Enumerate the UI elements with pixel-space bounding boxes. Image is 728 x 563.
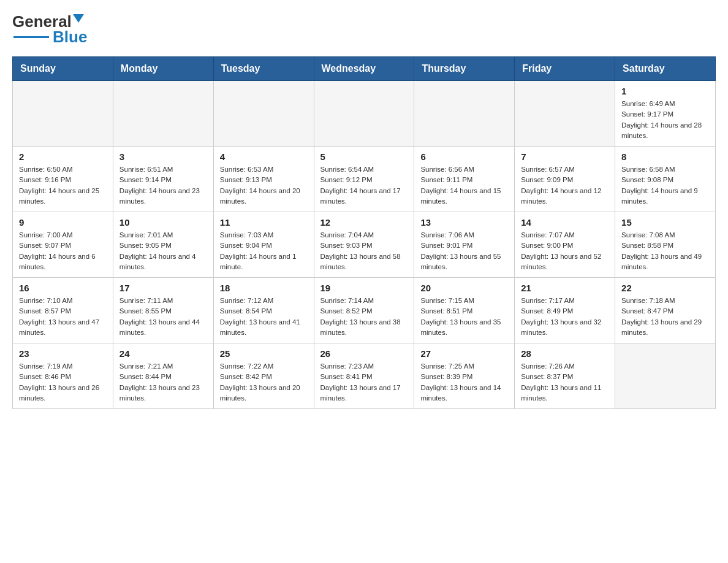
calendar-day-cell: 14Sunrise: 7:07 AM Sunset: 9:00 PM Dayli…	[515, 212, 615, 278]
logo-blue-text: Blue	[53, 28, 87, 47]
day-number: 19	[320, 283, 408, 293]
calendar-day-cell: 21Sunrise: 7:17 AM Sunset: 8:49 PM Dayli…	[515, 278, 615, 343]
day-info: Sunrise: 6:56 AM Sunset: 9:11 PM Dayligh…	[420, 164, 508, 207]
day-number: 10	[119, 217, 207, 228]
day-number: 5	[320, 151, 408, 162]
day-number: 22	[621, 283, 709, 293]
calendar-day-cell: 22Sunrise: 7:18 AM Sunset: 8:47 PM Dayli…	[615, 278, 716, 343]
day-info: Sunrise: 7:15 AM Sunset: 8:51 PM Dayligh…	[420, 296, 508, 338]
day-of-week-header: Friday	[515, 57, 615, 81]
calendar-day-cell: 2Sunrise: 6:50 AM Sunset: 9:16 PM Daylig…	[13, 147, 113, 212]
calendar-header-row: SundayMondayTuesdayWednesdayThursdayFrid…	[13, 57, 716, 81]
day-info: Sunrise: 7:11 AM Sunset: 8:55 PM Dayligh…	[119, 296, 207, 338]
calendar-day-cell: 20Sunrise: 7:15 AM Sunset: 8:51 PM Dayli…	[414, 278, 515, 343]
day-info: Sunrise: 7:14 AM Sunset: 8:52 PM Dayligh…	[320, 296, 408, 338]
calendar-day-cell: 26Sunrise: 7:23 AM Sunset: 8:41 PM Dayli…	[314, 343, 414, 409]
calendar-day-cell: 4Sunrise: 6:53 AM Sunset: 9:13 PM Daylig…	[213, 147, 314, 212]
calendar-week-row: 9Sunrise: 7:00 AM Sunset: 9:07 PM Daylig…	[13, 212, 716, 278]
calendar-day-cell: 1Sunrise: 6:49 AM Sunset: 9:17 PM Daylig…	[615, 81, 716, 147]
day-info: Sunrise: 7:19 AM Sunset: 8:46 PM Dayligh…	[19, 361, 107, 404]
day-number: 14	[521, 217, 609, 228]
day-number: 15	[621, 217, 709, 228]
day-number: 16	[19, 283, 107, 293]
day-number: 23	[19, 348, 107, 359]
day-info: Sunrise: 7:17 AM Sunset: 8:49 PM Dayligh…	[521, 296, 609, 338]
day-info: Sunrise: 6:58 AM Sunset: 9:08 PM Dayligh…	[621, 164, 709, 207]
calendar-day-cell: 13Sunrise: 7:06 AM Sunset: 9:01 PM Dayli…	[414, 212, 515, 278]
day-number: 27	[420, 348, 508, 359]
day-info: Sunrise: 6:49 AM Sunset: 9:17 PM Dayligh…	[621, 99, 709, 141]
day-number: 18	[220, 283, 308, 293]
calendar-day-cell: 15Sunrise: 7:08 AM Sunset: 8:58 PM Dayli…	[615, 212, 716, 278]
calendar-day-cell	[314, 81, 414, 147]
day-number: 1	[621, 86, 709, 96]
day-of-week-header: Thursday	[414, 57, 515, 81]
calendar-day-cell: 9Sunrise: 7:00 AM Sunset: 9:07 PM Daylig…	[13, 212, 113, 278]
day-number: 17	[119, 283, 207, 293]
day-info: Sunrise: 7:23 AM Sunset: 8:41 PM Dayligh…	[320, 361, 408, 404]
day-info: Sunrise: 6:51 AM Sunset: 9:14 PM Dayligh…	[119, 164, 207, 207]
calendar-day-cell: 7Sunrise: 6:57 AM Sunset: 9:09 PM Daylig…	[515, 147, 615, 212]
day-info: Sunrise: 7:18 AM Sunset: 8:47 PM Dayligh…	[621, 296, 709, 338]
calendar-week-row: 23Sunrise: 7:19 AM Sunset: 8:46 PM Dayli…	[13, 343, 716, 409]
calendar-day-cell	[515, 81, 615, 147]
day-number: 25	[220, 348, 308, 359]
day-number: 28	[521, 348, 609, 359]
day-number: 4	[220, 151, 308, 162]
day-info: Sunrise: 7:21 AM Sunset: 8:44 PM Dayligh…	[119, 361, 207, 404]
day-number: 9	[19, 217, 107, 228]
day-number: 26	[320, 348, 408, 359]
day-info: Sunrise: 6:50 AM Sunset: 9:16 PM Dayligh…	[19, 164, 107, 207]
svg-marker-0	[73, 14, 84, 23]
page-header: General Blue	[12, 12, 716, 47]
day-info: Sunrise: 7:04 AM Sunset: 9:03 PM Dayligh…	[320, 230, 408, 272]
day-info: Sunrise: 7:12 AM Sunset: 8:54 PM Dayligh…	[220, 296, 308, 338]
day-number: 20	[420, 283, 508, 293]
day-info: Sunrise: 6:57 AM Sunset: 9:09 PM Dayligh…	[521, 164, 609, 207]
day-of-week-header: Tuesday	[213, 57, 314, 81]
day-info: Sunrise: 7:10 AM Sunset: 8:57 PM Dayligh…	[19, 296, 107, 338]
calendar-day-cell: 3Sunrise: 6:51 AM Sunset: 9:14 PM Daylig…	[113, 147, 213, 212]
day-info: Sunrise: 7:08 AM Sunset: 8:58 PM Dayligh…	[621, 230, 709, 272]
calendar-day-cell: 24Sunrise: 7:21 AM Sunset: 8:44 PM Dayli…	[113, 343, 213, 409]
day-number: 13	[420, 217, 508, 228]
calendar-day-cell	[113, 81, 213, 147]
calendar-day-cell	[13, 81, 113, 147]
calendar-day-cell: 5Sunrise: 6:54 AM Sunset: 9:12 PM Daylig…	[314, 147, 414, 212]
day-info: Sunrise: 7:25 AM Sunset: 8:39 PM Dayligh…	[420, 361, 508, 404]
logo-triangle-icon	[73, 14, 84, 28]
day-of-week-header: Sunday	[13, 57, 113, 81]
logo: General Blue	[12, 12, 87, 47]
calendar-day-cell: 23Sunrise: 7:19 AM Sunset: 8:46 PM Dayli…	[13, 343, 113, 409]
day-number: 6	[420, 151, 508, 162]
calendar-day-cell: 11Sunrise: 7:03 AM Sunset: 9:04 PM Dayli…	[213, 212, 314, 278]
calendar-day-cell: 17Sunrise: 7:11 AM Sunset: 8:55 PM Dayli…	[113, 278, 213, 343]
calendar-day-cell: 27Sunrise: 7:25 AM Sunset: 8:39 PM Dayli…	[414, 343, 515, 409]
calendar-table: SundayMondayTuesdayWednesdayThursdayFrid…	[12, 56, 716, 409]
day-info: Sunrise: 7:22 AM Sunset: 8:42 PM Dayligh…	[220, 361, 308, 404]
calendar-day-cell	[414, 81, 515, 147]
day-info: Sunrise: 6:54 AM Sunset: 9:12 PM Dayligh…	[320, 164, 408, 207]
day-number: 24	[119, 348, 207, 359]
calendar-day-cell: 16Sunrise: 7:10 AM Sunset: 8:57 PM Dayli…	[13, 278, 113, 343]
calendar-day-cell: 18Sunrise: 7:12 AM Sunset: 8:54 PM Dayli…	[213, 278, 314, 343]
day-info: Sunrise: 7:00 AM Sunset: 9:07 PM Dayligh…	[19, 230, 107, 272]
day-number: 11	[220, 217, 308, 228]
calendar-day-cell: 19Sunrise: 7:14 AM Sunset: 8:52 PM Dayli…	[314, 278, 414, 343]
calendar-week-row: 2Sunrise: 6:50 AM Sunset: 9:16 PM Daylig…	[13, 147, 716, 212]
calendar-day-cell: 28Sunrise: 7:26 AM Sunset: 8:37 PM Dayli…	[515, 343, 615, 409]
day-number: 12	[320, 217, 408, 228]
day-info: Sunrise: 7:26 AM Sunset: 8:37 PM Dayligh…	[521, 361, 609, 404]
day-info: Sunrise: 7:06 AM Sunset: 9:01 PM Dayligh…	[420, 230, 508, 272]
day-number: 8	[621, 151, 709, 162]
calendar-day-cell: 6Sunrise: 6:56 AM Sunset: 9:11 PM Daylig…	[414, 147, 515, 212]
calendar-day-cell: 8Sunrise: 6:58 AM Sunset: 9:08 PM Daylig…	[615, 147, 716, 212]
day-number: 21	[521, 283, 609, 293]
day-info: Sunrise: 7:07 AM Sunset: 9:00 PM Dayligh…	[521, 230, 609, 272]
calendar-day-cell: 10Sunrise: 7:01 AM Sunset: 9:05 PM Dayli…	[113, 212, 213, 278]
calendar-day-cell: 25Sunrise: 7:22 AM Sunset: 8:42 PM Dayli…	[213, 343, 314, 409]
day-info: Sunrise: 6:53 AM Sunset: 9:13 PM Dayligh…	[220, 164, 308, 207]
day-info: Sunrise: 7:03 AM Sunset: 9:04 PM Dayligh…	[220, 230, 308, 272]
day-info: Sunrise: 7:01 AM Sunset: 9:05 PM Dayligh…	[119, 230, 207, 272]
day-of-week-header: Wednesday	[314, 57, 414, 81]
